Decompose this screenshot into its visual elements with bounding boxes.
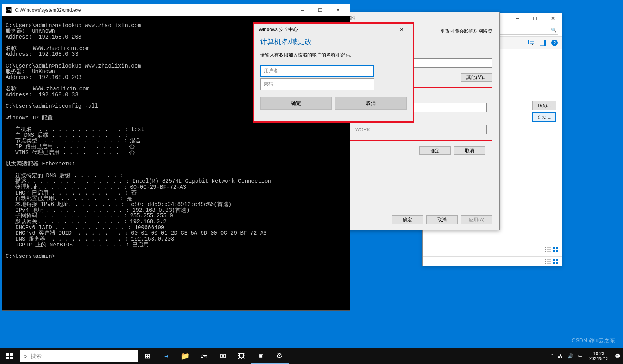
system-tray: ˄ 🖧 🔊 中 10:23 2024/5/13 💬 — [549, 348, 623, 364]
ok-button[interactable]: 确定 — [260, 97, 332, 110]
svg-rect-0 — [528, 40, 529, 42]
password-input[interactable] — [260, 78, 374, 90]
security-dialog: Windows 安全中心 ✕ 计算机名/域更改 请输入有权限加入该域的帐户的名称… — [253, 22, 414, 123]
search-icon[interactable]: 🔍 — [549, 26, 558, 35]
watermark: CSDN @lu云之东 — [571, 337, 615, 344]
windows-logo-icon — [6, 353, 13, 359]
svg-rect-17 — [547, 247, 551, 248]
svg-rect-9 — [547, 261, 551, 261]
network-icon[interactable]: 🖧 — [556, 348, 565, 364]
ok-button[interactable]: 确定 — [419, 146, 451, 155]
svg-rect-21 — [547, 251, 551, 252]
cancel-button[interactable]: 取消 — [454, 146, 485, 155]
close-icon[interactable]: ✕ — [396, 25, 408, 34]
taskbar: ○ ⊞ e 📁 🛍 ✉ 🖼 ▣ ⚙ ˄ 🖧 🔊 中 10:23 2024/5/1… — [0, 348, 623, 364]
maximize-button[interactable]: ☐ — [311, 5, 329, 16]
svg-rect-5 — [544, 40, 546, 46]
start-button[interactable] — [0, 348, 19, 364]
cancel-button[interactable]: 取消 — [335, 97, 407, 110]
tray-expand-icon[interactable]: ˄ — [549, 348, 556, 364]
cancel-button-outer[interactable]: 取消 — [426, 215, 458, 224]
security-instruction: 请输入有权限加入该域的帐户的名称和密码。 — [254, 50, 413, 63]
svg-rect-1 — [530, 41, 534, 42]
photos-icon[interactable]: 🖼 — [232, 348, 251, 364]
svg-rect-24 — [553, 250, 555, 252]
cmd-title: C:\Windows\system32\cmd.exe — [15, 7, 294, 13]
close-button[interactable]: ✕ — [329, 5, 347, 16]
svg-rect-11 — [547, 263, 551, 263]
minimize-button[interactable]: ─ — [294, 5, 311, 16]
svg-rect-6 — [545, 259, 546, 260]
workgroup-input — [353, 125, 487, 134]
search-input[interactable] — [31, 353, 134, 359]
file-explorer-icon[interactable]: 📁 — [176, 348, 194, 364]
svg-rect-18 — [545, 249, 546, 250]
svg-rect-16 — [545, 247, 546, 248]
cmd-titlebar[interactable]: C:\ C:\Windows\system32\cmd.exe ─ ☐ ✕ — [2, 4, 350, 16]
username-input[interactable] — [260, 65, 374, 77]
taskbar-search[interactable]: ○ — [20, 350, 138, 362]
mail-icon[interactable]: ✉ — [213, 348, 232, 364]
other-button[interactable]: 其他(M)... — [461, 73, 492, 82]
svg-rect-14 — [553, 262, 555, 264]
search-icon: ○ — [24, 353, 27, 359]
svg-rect-3 — [530, 43, 534, 44]
security-heading: 计算机名/域更改 — [254, 35, 413, 50]
svg-rect-7 — [547, 259, 551, 259]
details-view-icon[interactable] — [545, 246, 551, 252]
preview-pane-icon[interactable] — [540, 39, 547, 46]
svg-rect-25 — [556, 250, 558, 252]
btn-dn[interactable]: D(N)... — [532, 101, 556, 110]
minimize-button[interactable]: ─ — [508, 13, 526, 24]
clock[interactable]: 10:23 2024/5/13 — [585, 351, 612, 361]
security-title: Windows 安全中心 — [259, 26, 298, 33]
ok-button-outer[interactable]: 确定 — [392, 215, 423, 224]
svg-rect-13 — [556, 259, 558, 261]
svg-rect-12 — [553, 259, 555, 261]
edge-icon[interactable]: e — [157, 348, 176, 364]
maximize-button[interactable]: ☐ — [526, 13, 544, 24]
explorer-statusbar — [423, 256, 562, 266]
ime-icon[interactable]: 中 — [576, 348, 585, 364]
svg-rect-23 — [556, 247, 558, 249]
cmd-icon: C:\ — [6, 7, 12, 13]
apply-button: 应用(A) — [461, 215, 492, 224]
store-icon[interactable]: 🛍 — [194, 348, 213, 364]
icons-view-icon[interactable] — [553, 246, 559, 252]
notifications-icon[interactable]: 💬 — [612, 348, 623, 364]
close-button[interactable]: ✕ — [544, 13, 562, 24]
volume-icon[interactable]: 🔊 — [565, 348, 576, 364]
view-options-icon[interactable] — [528, 39, 535, 46]
help-icon[interactable]: ? — [551, 40, 558, 46]
svg-rect-10 — [545, 263, 546, 264]
svg-rect-15 — [556, 262, 558, 264]
icons-view-icon[interactable] — [553, 259, 559, 264]
task-view-icon[interactable]: ⊞ — [138, 348, 157, 364]
btn-c[interactable]: 文(C)... — [532, 112, 556, 122]
svg-rect-2 — [528, 42, 529, 44]
svg-rect-8 — [545, 261, 546, 262]
cmd-task-icon[interactable]: ▣ — [251, 348, 270, 364]
settings-task-icon[interactable]: ⚙ — [270, 348, 289, 364]
details-view-icon[interactable] — [545, 259, 551, 264]
svg-rect-19 — [547, 249, 551, 250]
svg-rect-20 — [545, 251, 546, 252]
svg-rect-22 — [553, 247, 555, 249]
